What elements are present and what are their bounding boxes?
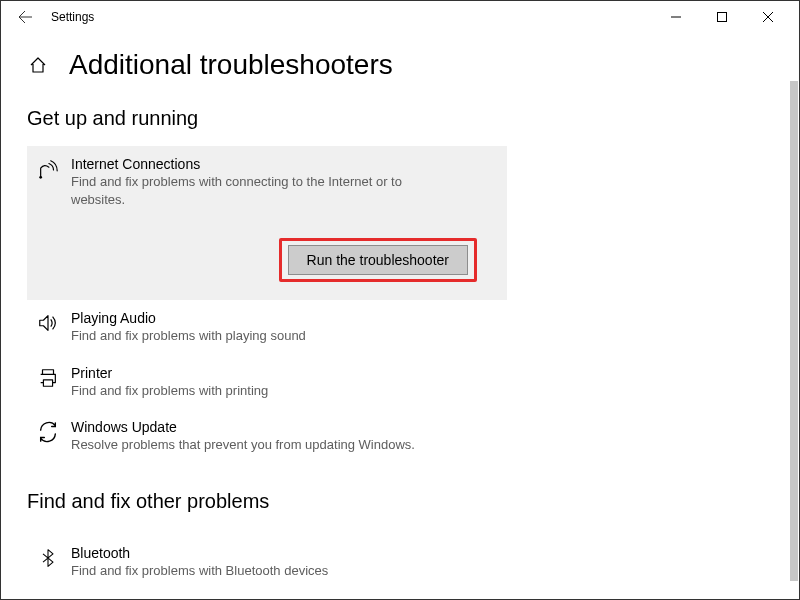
content-area: Additional troubleshooters Get up and ru…: [1, 33, 799, 597]
minimize-icon: [671, 12, 681, 22]
troubleshooter-text: Windows Update Resolve problems that pre…: [63, 419, 495, 454]
home-button[interactable]: [27, 54, 49, 76]
troubleshooter-desc: Find and fix problems with playing sound: [71, 327, 451, 345]
maximize-button[interactable]: [699, 1, 745, 33]
troubleshooter-internet-connections[interactable]: Internet Connections Find and fix proble…: [27, 146, 507, 300]
speaker-icon: [33, 310, 63, 345]
section-get-running-title: Get up and running: [27, 107, 773, 130]
run-row: Run the troubleshooter: [33, 238, 495, 282]
troubleshooter-name: Windows Update: [71, 419, 495, 435]
refresh-icon: [33, 419, 63, 454]
troubleshooter-desc: Resolve problems that prevent you from u…: [71, 436, 451, 454]
close-button[interactable]: [745, 1, 791, 33]
troubleshooter-text: Playing Audio Find and fix problems with…: [63, 310, 495, 345]
troubleshooter-windows-update[interactable]: Windows Update Resolve problems that pre…: [27, 409, 507, 464]
page-title: Additional troubleshooters: [69, 49, 393, 81]
bluetooth-icon: [33, 545, 63, 580]
maximize-icon: [717, 12, 727, 22]
window-title: Settings: [51, 10, 653, 24]
troubleshooter-bluetooth[interactable]: Bluetooth Find and fix problems with Blu…: [27, 535, 507, 590]
page-header: Additional troubleshooters: [27, 49, 773, 81]
troubleshooter-text: Internet Connections Find and fix proble…: [63, 156, 495, 208]
troubleshooter-desc: Find and fix problems with Bluetooth dev…: [71, 562, 451, 580]
printer-icon: [33, 365, 63, 400]
home-icon: [28, 55, 48, 75]
minimize-button[interactable]: [653, 1, 699, 33]
section-other-problems-title: Find and fix other problems: [27, 490, 773, 513]
back-button[interactable]: [13, 5, 37, 29]
svg-point-1: [39, 176, 42, 179]
vertical-scrollbar[interactable]: [790, 81, 798, 581]
troubleshooter-text: Bluetooth Find and fix problems with Blu…: [63, 545, 495, 580]
close-icon: [763, 12, 773, 22]
titlebar: Settings: [1, 1, 799, 33]
troubleshooter-name: Printer: [71, 365, 495, 381]
troubleshooter-desc: Find and fix problems with printing: [71, 382, 451, 400]
svg-rect-0: [718, 13, 727, 22]
arrow-left-icon: [17, 9, 33, 25]
troubleshooter-name: Bluetooth: [71, 545, 495, 561]
troubleshooter-name: Playing Audio: [71, 310, 495, 326]
network-icon: [33, 156, 63, 208]
settings-window: Settings Additional troubleshooters Get …: [0, 0, 800, 600]
troubleshooter-desc: Find and fix problems with connecting to…: [71, 173, 451, 208]
run-troubleshooter-button[interactable]: Run the troubleshooter: [288, 245, 468, 275]
troubleshooter-printer[interactable]: Printer Find and fix problems with print…: [27, 355, 507, 410]
troubleshooter-playing-audio[interactable]: Playing Audio Find and fix problems with…: [27, 300, 507, 355]
troubleshooter-text: Printer Find and fix problems with print…: [63, 365, 495, 400]
run-button-highlight: Run the troubleshooter: [279, 238, 477, 282]
troubleshooter-name: Internet Connections: [71, 156, 495, 172]
